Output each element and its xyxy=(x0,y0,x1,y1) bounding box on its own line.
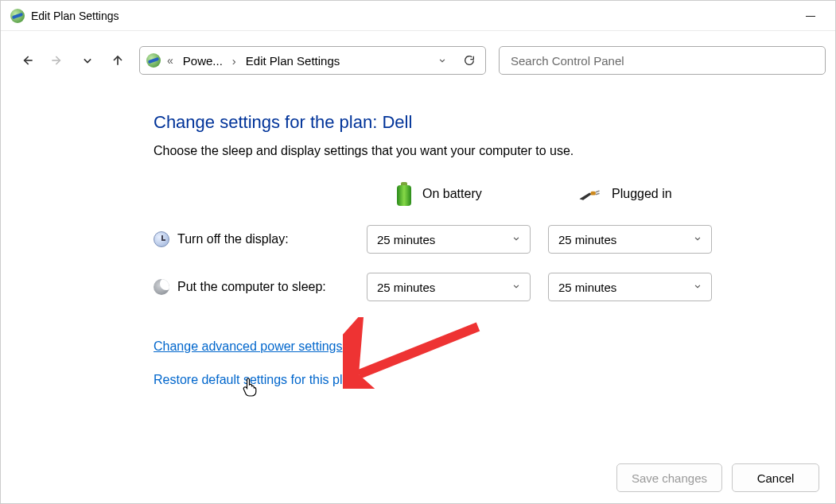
battery-icon xyxy=(395,182,413,206)
save-button[interactable]: Save changes xyxy=(616,463,722,492)
save-button-label: Save changes xyxy=(632,471,707,485)
footer-buttons: Save changes Cancel xyxy=(616,463,819,492)
address-dropdown-button[interactable] xyxy=(431,47,453,74)
svg-line-2 xyxy=(596,193,600,195)
breadcrumb-segment-1[interactable]: Powe... xyxy=(180,51,226,71)
window-title: Edit Plan Settings xyxy=(31,10,792,22)
select-value: 25 minutes xyxy=(558,281,616,294)
titlebar: Edit Plan Settings xyxy=(1,1,835,31)
search-input[interactable] xyxy=(509,53,815,68)
select-display-plugged[interactable]: 25 minutes xyxy=(548,225,712,254)
select-value: 25 minutes xyxy=(377,281,435,294)
chevron-down-icon xyxy=(511,281,522,294)
page-description: Choose the sleep and display settings th… xyxy=(154,144,803,158)
settings-grid: On battery Plugged in Turn off the displ… xyxy=(154,182,803,301)
chevron-down-icon xyxy=(511,233,522,246)
minimize-button[interactable] xyxy=(792,9,829,22)
main-content: Change settings for the plan: Dell Choos… xyxy=(154,112,803,406)
cancel-button-label: Cancel xyxy=(757,471,795,485)
links-area: Change advanced power settings Restore d… xyxy=(154,339,803,406)
row-label-display: Turn off the display: xyxy=(154,231,349,247)
row-text-sleep: Put the computer to sleep: xyxy=(177,280,326,294)
row-text-display: Turn off the display: xyxy=(177,232,289,246)
sleep-moon-icon xyxy=(154,279,169,295)
chevron-down-icon xyxy=(692,281,703,294)
cancel-button[interactable]: Cancel xyxy=(732,463,819,492)
toolbar: « Powe... › Edit Plan Settings xyxy=(1,42,835,79)
select-value: 25 minutes xyxy=(558,233,616,246)
column-label-plugged: Plugged in xyxy=(612,187,672,201)
breadcrumb-segment-2[interactable]: Edit Plan Settings xyxy=(243,51,343,71)
recent-dropdown-button[interactable] xyxy=(79,52,96,69)
display-timer-icon xyxy=(154,231,169,247)
column-label-battery: On battery xyxy=(422,187,482,201)
plug-icon xyxy=(577,185,602,203)
up-button[interactable] xyxy=(109,52,126,69)
forward-button[interactable] xyxy=(49,52,66,69)
back-button[interactable] xyxy=(18,52,36,69)
chevron-down-icon xyxy=(692,233,703,246)
search-box[interactable] xyxy=(499,46,826,75)
column-header-plugged: Plugged in xyxy=(548,185,712,203)
svg-rect-0 xyxy=(591,192,596,196)
app-icon xyxy=(10,9,25,23)
link-advanced-power-settings[interactable]: Change advanced power settings xyxy=(154,339,343,354)
select-value: 25 minutes xyxy=(377,233,435,246)
overflow-chevron-icon[interactable]: « xyxy=(165,54,175,67)
page-title: Change settings for the plan: Dell xyxy=(154,112,803,133)
row-label-sleep: Put the computer to sleep: xyxy=(154,279,349,295)
location-icon xyxy=(146,53,161,68)
select-display-battery[interactable]: 25 minutes xyxy=(367,225,531,254)
address-bar[interactable]: « Powe... › Edit Plan Settings xyxy=(139,46,486,75)
chevron-right-icon: › xyxy=(231,54,238,68)
link-restore-defaults[interactable]: Restore default settings for this plan xyxy=(154,373,356,387)
column-header-battery: On battery xyxy=(367,182,531,206)
select-sleep-battery[interactable]: 25 minutes xyxy=(367,273,531,301)
svg-line-1 xyxy=(596,191,600,192)
select-sleep-plugged[interactable]: 25 minutes xyxy=(548,273,712,301)
refresh-button[interactable] xyxy=(458,47,480,74)
